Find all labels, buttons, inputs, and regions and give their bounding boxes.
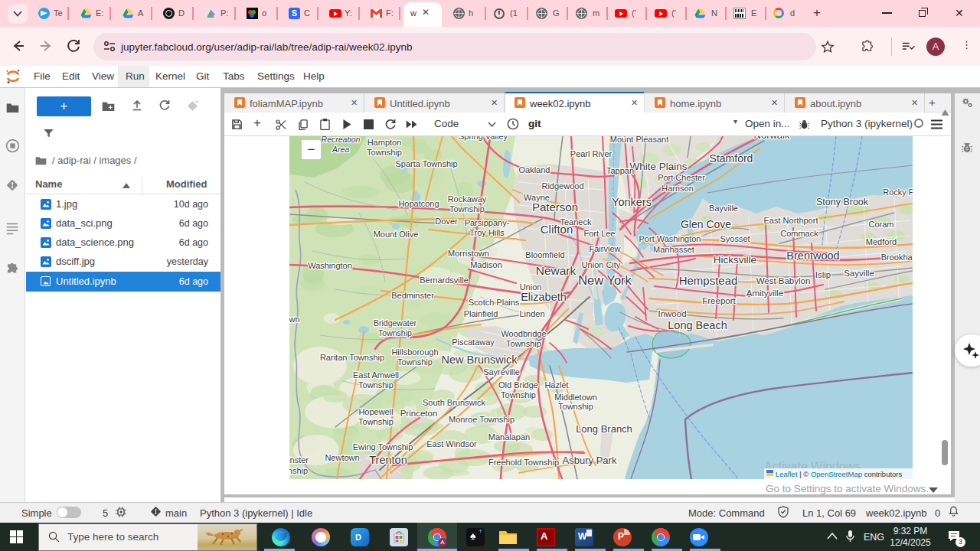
- svg-text:Sayreville: Sayreville: [483, 367, 520, 377]
- svg-text:Brentwood: Brentwood: [786, 249, 839, 262]
- svg-text:Township: Township: [501, 390, 536, 399]
- svg-text:Islip: Islip: [815, 270, 831, 279]
- svg-text:Sparta Township: Sparta Township: [395, 159, 457, 168]
- svg-text:Washington: Washington: [308, 261, 352, 270]
- svg-text:Hicksville: Hicksville: [714, 254, 756, 266]
- svg-text:Morristown: Morristown: [448, 249, 489, 258]
- svg-text:Hempstead: Hempstead: [679, 274, 738, 287]
- svg-text:Township: Township: [397, 357, 433, 367]
- svg-text:Hampton: Hampton: [368, 138, 402, 147]
- svg-text:Township: Township: [449, 204, 485, 214]
- svg-text:Port Chester: Port Chester: [658, 173, 705, 182]
- svg-text:Yonkers: Yonkers: [612, 196, 652, 208]
- svg-text:Newark: Newark: [536, 264, 577, 277]
- svg-text:town: town: [289, 315, 300, 324]
- svg-text:Township: Township: [506, 339, 541, 348]
- svg-text:Woodbridge: Woodbridge: [501, 329, 546, 338]
- svg-text:Long Beach: Long Beach: [668, 319, 727, 331]
- svg-text:Union City: Union City: [582, 260, 621, 269]
- svg-text:Bedminster: Bedminster: [391, 291, 434, 300]
- svg-text:Piscataway: Piscataway: [452, 337, 495, 347]
- svg-text:Asbury Park: Asbury Park: [563, 455, 617, 466]
- svg-text:Harrison: Harrison: [662, 184, 694, 193]
- svg-text:Stony Brook: Stony Brook: [816, 197, 869, 207]
- svg-text:Manhasset: Manhasset: [653, 245, 694, 254]
- svg-text:Trenton: Trenton: [369, 454, 407, 466]
- svg-text:East Amwell: East Amwell: [353, 370, 399, 380]
- svg-text:Newtown: Newtown: [325, 453, 359, 462]
- svg-text:Raritan Township: Raritan Township: [320, 353, 384, 362]
- svg-text:Township: Township: [558, 402, 593, 411]
- svg-text:Commack: Commack: [780, 229, 818, 238]
- svg-text:Freehold Township: Freehold Township: [488, 458, 559, 467]
- svg-text:Brookhav: Brookhav: [881, 253, 913, 262]
- svg-text:Recreation: Recreation: [322, 136, 361, 144]
- svg-text:Spring Valley: Spring Valley: [459, 136, 508, 141]
- svg-text:Sayville: Sayville: [844, 269, 874, 278]
- svg-text:Bayville: Bayville: [709, 204, 738, 213]
- svg-text:Dover: Dover: [435, 217, 458, 226]
- svg-text:Plainfield: Plainfield: [464, 309, 498, 318]
- svg-text:wnship: wnship: [289, 466, 308, 475]
- svg-text:Hopewell: Hopewell: [358, 407, 393, 416]
- svg-text:Madison: Madison: [470, 260, 502, 269]
- svg-text:Fort Lee: Fort Lee: [584, 229, 616, 238]
- svg-text:Mount Olive: Mount Olive: [374, 230, 419, 239]
- svg-text:East Windsor: East Windsor: [426, 439, 477, 448]
- svg-text:Township: Township: [358, 380, 394, 390]
- svg-text:Bernardsville: Bernardsville: [420, 276, 469, 285]
- svg-text:Old Bridge: Old Bridge: [498, 380, 538, 390]
- svg-text:Linden: Linden: [519, 309, 544, 318]
- svg-text:Elizabeth: Elizabeth: [521, 291, 567, 303]
- svg-text:Manalapan: Manalapan: [488, 432, 530, 442]
- svg-text:White Plains: White Plains: [629, 161, 687, 172]
- svg-text:Oakland: Oakland: [519, 165, 550, 174]
- svg-text:Troy Hills: Troy Hills: [469, 228, 505, 237]
- svg-text:Hazlet: Hazlet: [544, 380, 568, 390]
- svg-text:Township: Township: [367, 148, 402, 157]
- svg-text:West Babylon: West Babylon: [756, 276, 811, 285]
- svg-text:Amityville: Amityville: [746, 289, 784, 298]
- svg-text:Hillsborough: Hillsborough: [391, 347, 438, 357]
- svg-text:Bloomfield: Bloomfield: [525, 250, 564, 259]
- svg-text:Inwood: Inwood: [658, 309, 686, 318]
- svg-text:Ewing Township: Ewing Township: [353, 442, 413, 452]
- svg-text:Middletown: Middletown: [554, 393, 597, 402]
- svg-text:Tappan: Tappan: [606, 166, 634, 175]
- svg-text:Long Branch: Long Branch: [576, 423, 632, 435]
- svg-text:Syosset: Syosset: [720, 234, 750, 243]
- svg-text:Stamford: Stamford: [710, 152, 753, 165]
- svg-text:Township: Township: [378, 328, 412, 337]
- svg-text:Port Washington: Port Washington: [639, 234, 701, 243]
- svg-text:Princeton: Princeton: [400, 409, 438, 418]
- svg-text:Norwalk: Norwalk: [754, 136, 790, 141]
- svg-text:Coram: Coram: [868, 220, 893, 229]
- svg-text:East Northport: East Northport: [764, 216, 818, 225]
- svg-text:Rocky Poi: Rocky Poi: [883, 187, 913, 197]
- svg-text:Freeport: Freeport: [702, 296, 736, 305]
- svg-text:Mount Pleasant: Mount Pleasant: [610, 136, 668, 144]
- svg-text:Scotch Plains: Scotch Plains: [469, 298, 520, 307]
- svg-text:Ridgewood: Ridgewood: [541, 181, 583, 191]
- svg-text:minster: minster: [289, 455, 309, 465]
- svg-text:Medford: Medford: [866, 237, 897, 246]
- svg-text:Hopatcong: Hopatcong: [398, 199, 439, 208]
- svg-text:Area: Area: [332, 145, 349, 154]
- svg-text:Teaneck: Teaneck: [560, 217, 592, 227]
- svg-text:Bridgewater: Bridgewater: [374, 318, 417, 328]
- svg-text:Glen Cove: Glen Cove: [681, 218, 731, 230]
- svg-text:South Brunswick: South Brunswick: [423, 398, 485, 407]
- svg-text:Pearl River: Pearl River: [570, 149, 612, 158]
- svg-text:Paterson: Paterson: [532, 201, 578, 214]
- svg-text:New York: New York: [578, 273, 632, 287]
- svg-text:Parsippany-: Parsippany-: [465, 218, 510, 227]
- svg-text:New Brunswick: New Brunswick: [441, 354, 518, 366]
- svg-text:Rockaway: Rockaway: [448, 194, 487, 204]
- svg-text:Fairview: Fairview: [590, 244, 621, 253]
- svg-text:Township: Township: [358, 417, 394, 426]
- svg-text:Monroe Township: Monroe Township: [449, 415, 514, 424]
